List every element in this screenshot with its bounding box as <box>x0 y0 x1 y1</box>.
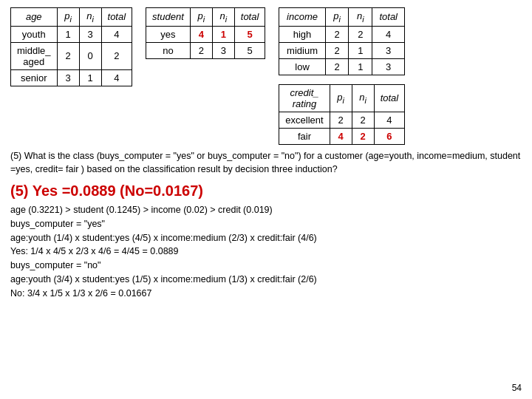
age-middle-ni: 0 <box>79 42 101 69</box>
income-low-ni: 1 <box>349 58 372 75</box>
age-senior-ni: 1 <box>79 69 101 86</box>
line3: age:youth (1/4) x student:yes (4/5) x in… <box>10 231 522 245</box>
ni-header-age: ni <box>79 8 101 27</box>
age-youth-pi: 1 <box>57 26 79 42</box>
line2: buys_computer = "yes" <box>10 217 522 231</box>
age-middle-total: 2 <box>101 42 132 69</box>
page-number: 54 <box>512 383 522 393</box>
age-middle: middle_aged <box>11 42 58 69</box>
line5: buys_computer = "no" <box>10 259 522 273</box>
pi-header-student: pi <box>190 8 212 27</box>
student-yes-ni: 1 <box>212 26 234 42</box>
income-high: high <box>279 26 325 42</box>
credit-fair: fair <box>279 128 330 144</box>
line1: age (0.3221) > student (0.1245) > income… <box>10 203 522 217</box>
credit-fair-total: 6 <box>374 128 405 144</box>
income-high-pi: 2 <box>325 26 349 42</box>
credit-excellent-pi: 2 <box>330 112 352 128</box>
pi-header-age: pi <box>57 8 79 27</box>
student-table: student pi ni total yes 4 1 5 no 2 3 5 <box>146 7 265 59</box>
age-youth-ni: 3 <box>79 26 101 42</box>
total-header-credit: total <box>374 84 405 112</box>
table-row: middle_aged 2 0 2 <box>11 42 132 69</box>
bottom-section: (5) What is the class (buys_computer = "… <box>10 149 522 301</box>
line4: Yes: 1/4 x 4/5 x 2/3 x 4/6 = 4/45 = 0.08… <box>10 245 522 259</box>
age-youth-total: 4 <box>101 26 132 42</box>
student-no-total: 5 <box>234 42 265 58</box>
age-senior-pi: 3 <box>57 69 79 86</box>
pi-header-credit: pi <box>330 84 352 112</box>
student-no-ni: 3 <box>212 42 234 58</box>
answer-text: (5) Yes =0.0889 (No=0.0167) <box>10 180 522 202</box>
age-header: age <box>11 8 58 27</box>
table-row: midium 2 1 3 <box>279 42 405 58</box>
credit-header: credit_rating <box>279 84 330 112</box>
student-yes-total: 5 <box>234 26 265 42</box>
income-midium-pi: 2 <box>325 42 349 58</box>
line6: age:youth (3/4) x student:yes (1/5) x in… <box>10 273 522 287</box>
age-middle-pi: 2 <box>57 42 79 69</box>
right-tables: income pi ni total high 2 2 4 midium 2 1… <box>279 7 405 145</box>
credit-excellent-total: 4 <box>374 112 405 128</box>
credit-table: credit_rating pi ni total excellent 2 2 … <box>279 84 405 145</box>
student-yes: yes <box>146 26 191 42</box>
table-row: high 2 2 4 <box>279 26 405 42</box>
ni-header-income: ni <box>349 8 372 27</box>
table-row: senior 3 1 4 <box>11 69 132 86</box>
total-header-student: total <box>234 8 265 27</box>
ni-header-credit: ni <box>352 84 374 112</box>
income-low-total: 3 <box>372 58 405 75</box>
table-row: low 2 1 3 <box>279 58 405 75</box>
pi-header-income: pi <box>325 8 349 27</box>
total-header-income: total <box>372 8 405 27</box>
table-row: yes 4 1 5 <box>146 26 265 42</box>
student-no: no <box>146 42 191 58</box>
student-header: student <box>146 8 191 27</box>
credit-excellent-ni: 2 <box>352 112 374 128</box>
question-text: (5) What is the class (buys_computer = "… <box>10 149 522 177</box>
age-senior-total: 4 <box>101 69 132 86</box>
income-header: income <box>279 8 325 27</box>
table-row: excellent 2 2 4 <box>279 112 405 128</box>
age-table: age pi ni total youth 1 3 4 middle_aged … <box>10 7 132 86</box>
tables-row: age pi ni total youth 1 3 4 middle_aged … <box>10 7 522 145</box>
table-row: no 2 3 5 <box>146 42 265 58</box>
credit-fair-ni: 2 <box>352 128 374 144</box>
student-no-pi: 2 <box>190 42 212 58</box>
student-yes-pi: 4 <box>190 26 212 42</box>
age-senior: senior <box>11 69 58 86</box>
income-high-total: 4 <box>372 26 405 42</box>
credit-fair-pi: 4 <box>330 128 352 144</box>
income-midium-ni: 1 <box>349 42 372 58</box>
ni-header-student: ni <box>212 8 234 27</box>
income-low-pi: 2 <box>325 58 349 75</box>
table-row: youth 1 3 4 <box>11 26 132 42</box>
income-table: income pi ni total high 2 2 4 midium 2 1… <box>279 7 405 75</box>
table-row: fair 4 2 6 <box>279 128 405 144</box>
credit-excellent: excellent <box>279 112 330 128</box>
main-container: age pi ni total youth 1 3 4 middle_aged … <box>10 7 522 300</box>
line7: No: 3/4 x 1/5 x 1/3 x 2/6 = 0.01667 <box>10 287 522 301</box>
age-youth: youth <box>11 26 58 42</box>
total-header-age: total <box>101 8 132 27</box>
income-low: low <box>279 58 325 75</box>
income-midium: midium <box>279 42 325 58</box>
income-high-ni: 2 <box>349 26 372 42</box>
income-midium-total: 3 <box>372 42 405 58</box>
